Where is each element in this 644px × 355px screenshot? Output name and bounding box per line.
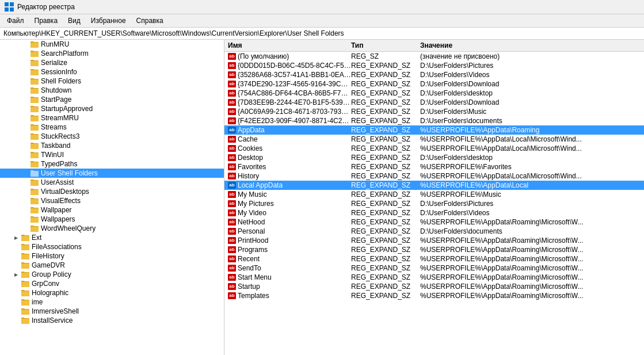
table-row[interactable]: abNetHoodREG_EXPAND_SZ%USERPROFILE%\AppD… xyxy=(224,217,644,227)
cell-type: REG_EXPAND_SZ xyxy=(351,172,420,180)
tree-item-runmru[interactable]: RunMRU xyxy=(0,40,224,49)
folder-icon xyxy=(30,197,39,205)
tree-item-label: Shutdown xyxy=(41,86,224,94)
tree-item-serialize[interactable]: Serialize xyxy=(0,58,224,67)
table-row[interactable]: abAppDataREG_EXPAND_SZ%USERPROFILE%\AppD… xyxy=(224,125,644,135)
reg-ab-icon: ab xyxy=(228,117,236,124)
table-row[interactable]: abLocal AppDataREG_EXPAND_SZ%USERPROFILE… xyxy=(224,181,644,190)
table-row[interactable]: abPersonalREG_EXPAND_SZD:\UserFolders\do… xyxy=(224,227,644,236)
table-row[interactable]: abMy MusicREG_EXPAND_SZ%USERPROFILE%\Mus… xyxy=(224,190,644,199)
name-text: (По умолчанию) xyxy=(238,52,289,60)
tree-item-label: User Shell Folders xyxy=(41,169,224,177)
table-row[interactable]: ab{7D83EE9B-2244-4E70-B1F5-5393042...REG… xyxy=(224,98,644,107)
table-row[interactable]: ab{F42EE2D3-909F-4907-8871-4C22FC0...REG… xyxy=(224,116,644,125)
tree-item-taskband[interactable]: Taskband xyxy=(0,141,224,150)
table-row[interactable]: abFavoritesREG_EXPAND_SZ%USERPROFILE%\Fa… xyxy=(224,162,644,171)
cell-value: %USERPROFILE%\AppData\Roaming\Microsoft\… xyxy=(420,236,644,245)
tree-item-streammru[interactable]: StreamMRU xyxy=(0,113,224,123)
menu-item-файл[interactable]: Файл xyxy=(2,16,29,26)
table-row[interactable]: abTemplatesREG_EXPAND_SZ%USERPROFILE%\Ap… xyxy=(224,291,644,300)
tree-item-startpage[interactable]: StartPage xyxy=(0,95,224,104)
menu-bar: ФайлПравкаВидИзбранноеСправка xyxy=(0,14,644,28)
tree-panel[interactable]: RunMRU SearchPlatform Serialize SessionI… xyxy=(0,40,224,355)
col-header-type: Тип xyxy=(351,41,420,49)
cell-name: ab{374DE290-123F-4565-9164-39C4925... xyxy=(224,80,351,88)
tree-item-label: TWinUI xyxy=(41,151,224,159)
name-text: Local AppData xyxy=(238,181,283,189)
table-row[interactable]: ab{0DDD015D-B06C-45D5-8C4C-F5971...REG_E… xyxy=(224,61,644,70)
tree-item-gamedvr[interactable]: GameDVR xyxy=(0,261,224,270)
tree-item-label: TypedPaths xyxy=(41,160,224,168)
tree-item-stuckrects3[interactable]: StuckRects3 xyxy=(0,132,224,141)
tree-item-group-policy[interactable]: ▶ Group Policy xyxy=(0,270,224,279)
table-row[interactable]: ab{35286A68-3C57-41A1-BBB1-0EAE73...REG_… xyxy=(224,70,644,79)
cell-value: %USERPROFILE%\AppData\Local\Microsoft\Wi… xyxy=(420,172,644,180)
name-text: SendTo xyxy=(238,264,261,272)
svg-rect-2 xyxy=(5,7,9,12)
cell-name: abLocal AppData xyxy=(224,181,351,189)
tree-item-immersiveshell[interactable]: ImmersiveShell xyxy=(0,307,224,316)
tree-item-ext[interactable]: ▶ Ext xyxy=(0,233,224,242)
tree-item-filehistory[interactable]: FileHistory xyxy=(0,251,224,261)
menu-item-правка[interactable]: Правка xyxy=(30,16,63,26)
table-row[interactable]: abStartupREG_EXPAND_SZ%USERPROFILE%\AppD… xyxy=(224,282,644,291)
reg-ab-icon: ab xyxy=(228,173,236,180)
tree-item-userassist[interactable]: UserAssist xyxy=(0,178,224,187)
table-row[interactable]: abDesktopREG_EXPAND_SZD:\UserFolders\des… xyxy=(224,153,644,162)
col-header-name: Имя xyxy=(224,41,351,49)
tree-item-user-shell-folders[interactable]: User Shell Folders xyxy=(0,169,224,178)
tree-item-typedpaths[interactable]: TypedPaths xyxy=(0,159,224,169)
table-row[interactable]: ab{374DE290-123F-4565-9164-39C4925...REG… xyxy=(224,79,644,89)
table-row[interactable]: ab{754AC886-DF64-4CBA-86B5-F7FBF...REG_E… xyxy=(224,89,644,98)
reg-ab-icon: ab xyxy=(228,136,236,143)
tree-item-wordwheelquery[interactable]: WordWheelQuery xyxy=(0,224,224,233)
tree-item-wallpaper[interactable]: Wallpaper xyxy=(0,205,224,215)
table-row[interactable]: abPrintHoodREG_EXPAND_SZ%USERPROFILE%\Ap… xyxy=(224,236,644,245)
tree-item-label: Group Policy xyxy=(32,270,224,278)
tree-item-label: ime xyxy=(32,298,224,306)
tree-item-grpconv[interactable]: GrpConv xyxy=(0,279,224,288)
cell-name: abNetHood xyxy=(224,218,351,226)
tree-item-holographic[interactable]: Holographic xyxy=(0,288,224,297)
tree-item-startupapproved[interactable]: StartupApproved xyxy=(0,104,224,113)
table-row[interactable]: abProgramsREG_EXPAND_SZ%USERPROFILE%\App… xyxy=(224,245,644,254)
tree-item-streams[interactable]: Streams xyxy=(0,123,224,132)
table-row[interactable]: ab(По умолчанию)REG_SZ(значение не присв… xyxy=(224,52,644,61)
table-row[interactable]: abRecentREG_EXPAND_SZ%USERPROFILE%\AppDa… xyxy=(224,254,644,264)
tree-item-twinui[interactable]: TWinUI xyxy=(0,150,224,159)
tree-item-fileassociations[interactable]: FileAssociations xyxy=(0,242,224,251)
tree-item-wallpapers[interactable]: Wallpapers xyxy=(0,215,224,224)
folder-icon xyxy=(30,59,39,67)
tree-item-installservice[interactable]: InstallService xyxy=(0,316,224,325)
table-row[interactable]: abHistoryREG_EXPAND_SZ%USERPROFILE%\AppD… xyxy=(224,171,644,181)
folder-icon xyxy=(21,298,30,306)
menu-item-избранное[interactable]: Избранное xyxy=(86,16,131,26)
name-text: {7D83EE9B-2244-4E70-B1F5-5393042... xyxy=(238,98,351,106)
table-body[interactable]: ab(По умолчанию)REG_SZ(значение не присв… xyxy=(224,52,644,355)
table-row[interactable]: abCookiesREG_EXPAND_SZ%USERPROFILE%\AppD… xyxy=(224,144,644,153)
table-row[interactable]: abMy VideoREG_EXPAND_SZD:\UserFolders\Vi… xyxy=(224,208,644,217)
table-row[interactable]: abCacheREG_EXPAND_SZ%USERPROFILE%\AppDat… xyxy=(224,135,644,144)
main-layout: RunMRU SearchPlatform Serialize SessionI… xyxy=(0,40,644,355)
table-row[interactable]: abSendToREG_EXPAND_SZ%USERPROFILE%\AppDa… xyxy=(224,264,644,273)
table-row[interactable]: abMy PicturesREG_EXPAND_SZD:\UserFolders… xyxy=(224,199,644,208)
cell-type: REG_EXPAND_SZ xyxy=(351,283,420,291)
tree-item-sessioninfo[interactable]: SessionInfo xyxy=(0,67,224,77)
folder-icon xyxy=(21,280,30,288)
tree-item-label: Shell Folders xyxy=(41,77,224,85)
tree-item-ime[interactable]: ime xyxy=(0,297,224,307)
menu-item-вид[interactable]: Вид xyxy=(63,16,85,26)
folder-icon xyxy=(21,234,30,242)
tree-item-searchplatform[interactable]: SearchPlatform xyxy=(0,49,224,58)
menu-item-справка[interactable]: Справка xyxy=(132,16,168,26)
reg-ab-icon: ab xyxy=(228,265,236,272)
tree-item-shell-folders[interactable]: Shell Folders xyxy=(0,77,224,86)
table-row[interactable]: ab{A0C69A99-21C8-4671-8703-793416...REG_… xyxy=(224,107,644,116)
tree-item-visualeffects[interactable]: VisualEffects xyxy=(0,196,224,205)
tree-item-shutdown[interactable]: Shutdown xyxy=(0,86,224,95)
table-row[interactable]: abStart MenuREG_EXPAND_SZ%USERPROFILE%\A… xyxy=(224,273,644,282)
tree-item-label: StartupApproved xyxy=(41,105,224,113)
reg-ab-icon: ab xyxy=(228,99,236,106)
tree-item-virtualdesktops[interactable]: VirtualDesktops xyxy=(0,187,224,196)
address-bar: Компьютер\HKEY_CURRENT_USER\Software\Mic… xyxy=(0,28,644,40)
